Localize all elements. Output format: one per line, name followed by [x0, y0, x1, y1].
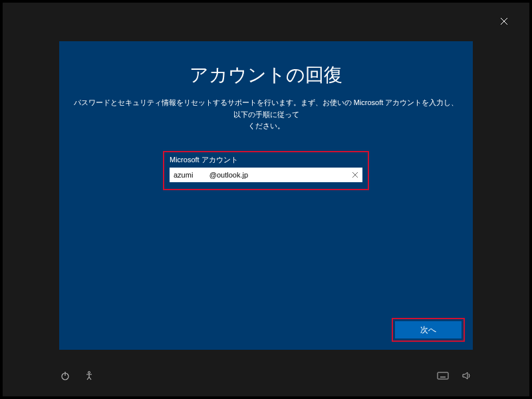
page-subtitle: パスワードとセキュリティ情報をリセットするサポートを行います。まず、お使いの M…	[59, 97, 473, 132]
system-bar	[59, 370, 473, 382]
account-input-section: Microsoft アカウント	[163, 151, 369, 190]
svg-rect-7	[438, 372, 448, 379]
account-input[interactable]	[170, 168, 348, 182]
system-bar-right	[437, 370, 473, 382]
volume-icon[interactable]	[461, 370, 473, 382]
accessibility-icon[interactable]	[83, 370, 95, 382]
system-bar-left	[59, 370, 95, 382]
power-icon[interactable]	[59, 370, 71, 382]
close-button[interactable]	[497, 15, 511, 28]
svg-point-6	[88, 372, 90, 374]
next-button[interactable]: 次へ	[395, 321, 462, 338]
page-title: アカウントの回復	[59, 63, 473, 88]
subtitle-line-2: ください。	[248, 122, 285, 130]
subtitle-line-1: パスワードとセキュリティ情報をリセットするサポートを行います。まず、お使いの M…	[74, 98, 459, 118]
clear-input-button[interactable]	[348, 168, 362, 182]
account-input-label: Microsoft アカウント	[170, 155, 362, 165]
account-input-row	[170, 168, 362, 182]
recovery-panel: アカウントの回復 パスワードとセキュリティ情報をリセットするサポートを行います。…	[59, 41, 473, 350]
window-frame: アカウントの回復 パスワードとセキュリティ情報をリセットするサポートを行います。…	[3, 3, 529, 396]
next-button-highlight: 次へ	[392, 318, 465, 342]
keyboard-icon[interactable]	[437, 370, 449, 382]
